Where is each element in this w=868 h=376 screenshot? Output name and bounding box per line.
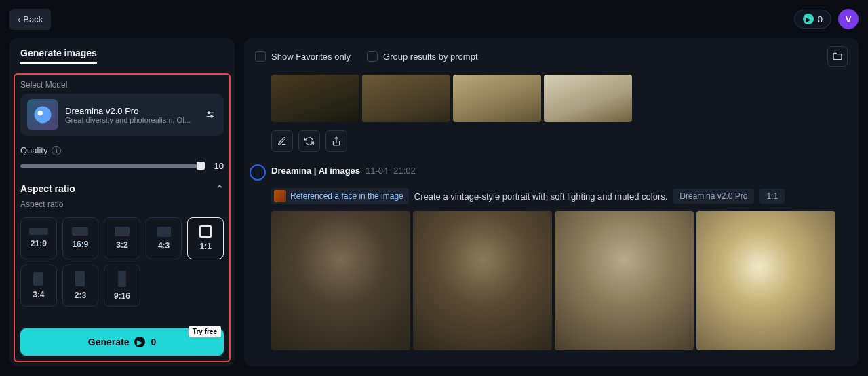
group-results-label: Group results by prompt [383, 52, 477, 62]
avatar[interactable]: V [838, 9, 859, 29]
aspect-shape-icon [75, 271, 85, 286]
reference-chip-label: Referenced a face in the image [290, 191, 403, 201]
svg-point-5 [211, 115, 213, 117]
aspect-ratio-heading: Aspect ratio [20, 183, 75, 194]
group-time: 21:02 [393, 166, 416, 176]
result-group-header: Dreamina | AI images 11-04 21:02 Referen… [271, 166, 848, 204]
slider-thumb[interactable] [197, 162, 205, 170]
credit-icon: ▶ [134, 337, 145, 347]
edit-button[interactable] [271, 130, 293, 152]
main-panel: Show Favorites only Group results by pro… [244, 38, 859, 366]
model-thumb [27, 99, 58, 130]
svg-point-1 [38, 111, 43, 116]
ratio-tag: 1:1 [760, 189, 785, 204]
folder-button[interactable] [827, 46, 848, 67]
topbar-right: ▶ 0 V [794, 9, 859, 29]
credits-chip[interactable]: ▶ 0 [794, 10, 831, 29]
aspect-shape-icon [157, 227, 171, 237]
generate-label: Generate [88, 337, 130, 347]
checkbox-box [367, 51, 378, 62]
aspect-ratio-label: 21:9 [31, 239, 47, 248]
aspect-ratio-label: 9:16 [114, 291, 130, 301]
aspect-ratio-grid: 21:916:93:24:31:13:42:39:16 [20, 217, 224, 307]
credit-icon: ▶ [803, 14, 814, 24]
show-favorites-checkbox[interactable]: Show Favorites only [255, 51, 351, 62]
aspect-ratio-label: 2:3 [75, 290, 86, 300]
model-name: Dreamina v2.0 Pro [65, 106, 197, 116]
model-selector[interactable]: Dreamina v2.0 Pro Great diversity and ph… [20, 94, 224, 136]
generated-image[interactable] [555, 211, 694, 350]
aspect-ratio-option[interactable]: 3:2 [104, 217, 140, 259]
share-button[interactable] [326, 130, 347, 152]
group-marker-icon [250, 164, 266, 181]
checkbox-box [255, 51, 266, 62]
generated-image[interactable] [362, 75, 450, 122]
generated-image[interactable] [271, 211, 410, 350]
aspect-ratio-label: 4:3 [158, 241, 170, 250]
aspect-ratio-label: 16:9 [72, 240, 88, 249]
back-button[interactable]: ‹ Back [9, 9, 51, 30]
generated-image[interactable] [413, 211, 552, 350]
reference-thumb-icon [274, 190, 286, 202]
group-title: Dreamina | AI images [271, 166, 360, 176]
generated-image[interactable] [696, 211, 835, 350]
reference-chip[interactable]: Referenced a face in the image [271, 188, 409, 204]
aspect-shape-icon [33, 272, 43, 286]
prompt-text: Create a vintage-style portrait with sof… [414, 191, 668, 202]
sidebar: Generate images Select Model Dreamina v2… [9, 38, 235, 366]
info-icon[interactable]: i [52, 146, 61, 155]
generate-cost: 0 [151, 337, 156, 347]
generated-image[interactable] [271, 75, 359, 122]
prev-result-strip [271, 75, 848, 122]
aspect-ratio-option[interactable]: 16:9 [62, 217, 99, 259]
back-label: Back [23, 14, 43, 24]
generated-image[interactable] [544, 75, 632, 122]
chevron-up-icon: ⌃ [216, 183, 224, 194]
sliders-icon[interactable] [203, 108, 217, 121]
regenerate-button[interactable] [298, 130, 320, 152]
aspect-ratio-sublabel: Aspect ratio [20, 200, 224, 209]
group-date: 11-04 [366, 166, 388, 176]
model-desc: Great diversity and photorealism. Of... [65, 116, 197, 124]
svg-point-0 [35, 107, 52, 124]
group-results-checkbox[interactable]: Group results by prompt [367, 51, 477, 62]
quality-slider[interactable] [20, 164, 202, 168]
aspect-shape-icon [199, 225, 212, 238]
show-favorites-label: Show Favorites only [271, 52, 351, 62]
sidebar-title: Generate images [20, 48, 97, 64]
aspect-ratio-label: 3:2 [116, 240, 127, 250]
try-free-badge: Try free [189, 326, 221, 337]
chevron-left-icon: ‹ [18, 14, 20, 24]
aspect-ratio-option[interactable]: 4:3 [146, 217, 182, 259]
aspect-shape-icon [29, 228, 48, 235]
model-tag: Dreamina v2.0 Pro [673, 189, 754, 204]
generated-image[interactable] [453, 75, 541, 122]
quality-value: 10 [210, 161, 224, 171]
aspect-ratio-option[interactable]: 2:3 [62, 265, 99, 307]
avatar-initial: V [846, 14, 852, 24]
aspect-shape-icon [118, 271, 126, 287]
aspect-shape-icon [115, 227, 130, 236]
svg-point-4 [208, 112, 210, 114]
aspect-ratio-label: 3:4 [33, 290, 44, 299]
aspect-ratio-label: 1:1 [200, 242, 212, 251]
sidebar-highlighted-region: Select Model Dreamina v2.0 Pro Great div… [14, 73, 231, 362]
select-model-label: Select Model [20, 80, 224, 90]
aspect-shape-icon [72, 227, 88, 236]
aspect-ratio-option[interactable]: 9:16 [104, 265, 140, 307]
aspect-ratio-option[interactable]: 1:1 [187, 217, 224, 259]
aspect-ratio-section-toggle[interactable]: Aspect ratio ⌃ [20, 183, 224, 194]
quality-label: Quality [20, 145, 47, 155]
credits-value: 0 [818, 14, 823, 24]
result-grid [271, 211, 848, 350]
aspect-ratio-option[interactable]: 3:4 [20, 265, 57, 307]
aspect-ratio-option[interactable]: 21:9 [20, 217, 57, 259]
